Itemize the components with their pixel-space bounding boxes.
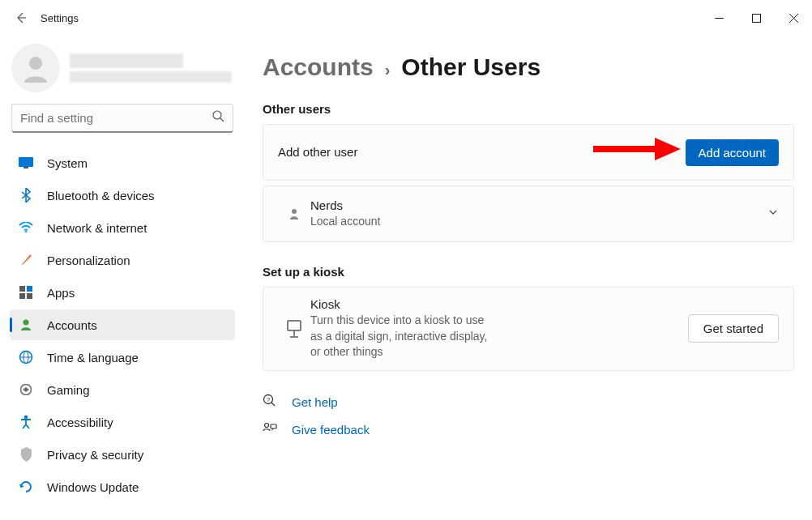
avatar	[11, 44, 60, 92]
kiosk-card: Kiosk Turn this device into a kiosk to u…	[263, 287, 794, 371]
sidebar: System Bluetooth & devices Network & int…	[0, 36, 241, 520]
minimize-button[interactable]	[700, 5, 737, 31]
breadcrumb-separator: ›	[385, 61, 391, 79]
give-feedback-label: Give feedback	[292, 423, 370, 437]
sidebar-item-gaming[interactable]: Gaming	[10, 374, 235, 405]
svg-rect-9	[27, 293, 32, 299]
svg-rect-6	[19, 286, 25, 292]
user-subtitle: Local account	[310, 214, 758, 230]
sidebar-item-label: Time & language	[47, 351, 139, 364]
svg-point-2	[213, 111, 221, 119]
profile-block[interactable]	[10, 40, 235, 104]
sidebar-item-label: System	[47, 156, 88, 170]
arrow-left-icon	[15, 11, 28, 24]
svg-point-1	[29, 57, 42, 70]
add-other-user-card: Add other user Add account	[263, 124, 794, 181]
apps-icon	[18, 286, 34, 299]
sidebar-item-apps[interactable]: Apps	[10, 277, 235, 308]
person-icon	[278, 207, 310, 220]
svg-rect-20	[271, 424, 276, 428]
wifi-icon	[18, 222, 34, 233]
gaming-icon	[18, 384, 34, 395]
svg-point-14	[24, 416, 28, 419]
svg-point-10	[24, 320, 29, 326]
search-input[interactable]	[20, 111, 212, 125]
kiosk-title: Kiosk	[310, 297, 499, 311]
user-row[interactable]: Nerds Local account	[263, 186, 793, 241]
profile-text	[70, 53, 232, 83]
help-icon: ?	[263, 394, 277, 411]
get-help-label: Get help	[292, 395, 338, 409]
add-other-user-title: Add other user	[278, 145, 686, 159]
svg-rect-4	[24, 167, 28, 168]
close-icon	[789, 14, 798, 23]
sidebar-item-system[interactable]: System	[10, 147, 235, 178]
chevron-down-icon	[758, 207, 779, 221]
user-name: Nerds	[310, 198, 758, 212]
system-icon	[18, 157, 34, 168]
sidebar-item-accounts[interactable]: Accounts	[10, 309, 235, 340]
shield-icon	[18, 447, 34, 462]
titlebar: Settings	[0, 0, 812, 36]
clock-globe-icon	[18, 350, 34, 364]
back-button[interactable]	[6, 3, 36, 32]
sidebar-item-network[interactable]: Network & internet	[10, 212, 235, 243]
sidebar-item-accessibility[interactable]: Accessibility	[10, 407, 235, 437]
sidebar-item-label: Accessibility	[47, 416, 113, 429]
breadcrumb: Accounts › Other Users	[263, 53, 794, 81]
sidebar-item-label: Apps	[47, 286, 75, 300]
kiosk-subtitle: Turn this device into a kiosk to use as …	[310, 313, 499, 360]
give-feedback-link[interactable]: Give feedback	[263, 422, 794, 437]
kiosk-row: Kiosk Turn this device into a kiosk to u…	[263, 288, 793, 370]
page-title: Other Users	[401, 53, 541, 81]
svg-point-15	[292, 209, 297, 214]
section-kiosk-label: Set up a kiosk	[263, 265, 794, 279]
kiosk-icon	[278, 320, 310, 338]
sidebar-item-label: Windows Update	[47, 480, 139, 494]
profile-email-redacted	[70, 71, 232, 83]
svg-rect-8	[19, 293, 25, 299]
accessibility-icon	[18, 415, 34, 429]
window-controls	[700, 5, 812, 31]
feedback-icon	[263, 422, 277, 437]
update-icon	[18, 480, 34, 494]
add-other-user-row: Add other user Add account	[263, 125, 793, 180]
sidebar-item-label: Privacy & security	[47, 448, 143, 462]
get-started-button[interactable]: Get started	[688, 314, 779, 343]
close-button[interactable]	[775, 5, 812, 31]
sidebar-item-time-language[interactable]: Time & language	[10, 342, 235, 373]
breadcrumb-parent[interactable]: Accounts	[263, 53, 374, 81]
sidebar-item-label: Network & internet	[47, 221, 147, 235]
search-icon	[212, 110, 224, 126]
svg-rect-7	[27, 286, 32, 292]
svg-point-19	[265, 423, 269, 427]
svg-text:?: ?	[267, 396, 271, 403]
sidebar-item-label: Gaming	[47, 383, 90, 397]
sidebar-item-personalization[interactable]: Personalization	[10, 245, 235, 275]
sidebar-nav: System Bluetooth & devices Network & int…	[10, 147, 235, 502]
app-title: Settings	[41, 12, 79, 24]
person-icon	[19, 52, 52, 84]
user-card[interactable]: Nerds Local account	[263, 185, 794, 242]
accounts-icon	[18, 318, 34, 331]
sidebar-item-label: Personalization	[47, 254, 130, 267]
main-content: Accounts › Other Users Other users Add o…	[241, 36, 812, 520]
add-account-button[interactable]: Add account	[686, 139, 779, 166]
profile-name-redacted	[70, 53, 183, 68]
svg-rect-16	[288, 321, 301, 330]
sidebar-item-label: Bluetooth & devices	[47, 189, 155, 202]
minimize-icon	[715, 14, 724, 23]
sidebar-item-bluetooth[interactable]: Bluetooth & devices	[10, 180, 235, 211]
maximize-button[interactable]	[737, 5, 775, 31]
bluetooth-icon	[18, 188, 34, 202]
paintbrush-icon	[18, 253, 34, 267]
sidebar-item-windows-update[interactable]: Windows Update	[10, 471, 235, 502]
sidebar-item-label: Accounts	[47, 318, 97, 332]
search-box[interactable]	[11, 104, 233, 133]
get-help-link[interactable]: ? Get help	[263, 394, 794, 411]
svg-rect-0	[752, 14, 760, 22]
svg-rect-3	[19, 157, 33, 167]
sidebar-item-privacy[interactable]: Privacy & security	[10, 439, 235, 470]
maximize-icon	[752, 14, 761, 23]
section-other-users-label: Other users	[263, 102, 794, 116]
